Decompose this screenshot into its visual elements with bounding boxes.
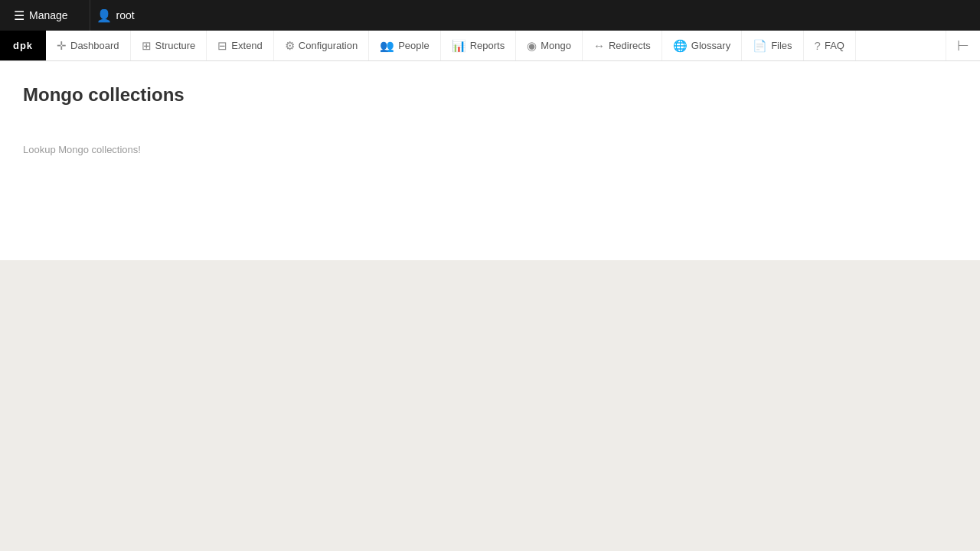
nav-item-configuration[interactable]: ⚙ Configuration xyxy=(274,31,369,60)
nav-item-dashboard[interactable]: ✛ Dashboard xyxy=(46,31,131,60)
extend-icon: ⊟ xyxy=(217,39,227,53)
nav-label-reports: Reports xyxy=(470,40,505,51)
reports-icon: 📊 xyxy=(452,39,466,53)
extra-icon: ⊢ xyxy=(957,37,969,54)
nav-item-redirects[interactable]: ↔ Redirects xyxy=(583,31,662,60)
manage-button[interactable]: ☰ Manage xyxy=(8,0,74,31)
people-icon: 👥 xyxy=(380,39,394,53)
nav-item-reports[interactable]: 📊 Reports xyxy=(441,31,517,60)
dashboard-icon: ✛ xyxy=(57,39,67,53)
nav-label-configuration: Configuration xyxy=(299,40,358,51)
user-icon: 👤 xyxy=(96,8,112,23)
configuration-icon: ⚙ xyxy=(285,39,295,53)
nav-label-files: Files xyxy=(771,40,792,51)
nav-item-people[interactable]: 👥 People xyxy=(369,31,440,60)
nav-item-files[interactable]: 📄 Files xyxy=(742,31,803,60)
manage-label: Manage xyxy=(29,9,68,21)
main-content: Mongo collections Lookup Mongo collectio… xyxy=(0,61,980,171)
nav-items: ✛ Dashboard ⊞ Structure ⊟ Extend ⚙ Confi… xyxy=(46,31,980,60)
nav-label-faq: FAQ xyxy=(825,40,844,51)
nav-label-extend: Extend xyxy=(231,40,262,51)
nav-item-faq[interactable]: ? FAQ xyxy=(804,31,856,60)
nav-right: ⊢ xyxy=(946,31,980,60)
user-button[interactable]: 👤 root xyxy=(90,0,141,31)
nav-item-mongo[interactable]: ◉ Mongo xyxy=(516,31,583,60)
nav-label-dashboard: Dashboard xyxy=(70,40,119,51)
nav-label-glossary: Glossary xyxy=(691,40,730,51)
footer-area xyxy=(0,260,980,551)
logo-text: dpk xyxy=(13,40,33,51)
user-label: root xyxy=(116,9,135,21)
nav-item-structure[interactable]: ⊞ Structure xyxy=(131,31,207,60)
page-title: Mongo collections xyxy=(23,84,957,106)
extra-button[interactable]: ⊢ xyxy=(946,31,980,60)
nav-bar: dpk ✛ Dashboard ⊞ Structure ⊟ Extend ⚙ C… xyxy=(0,31,980,61)
nav-label-redirects: Redirects xyxy=(609,40,651,51)
hamburger-icon: ☰ xyxy=(14,8,24,23)
faq-icon: ? xyxy=(815,39,821,52)
nav-label-structure: Structure xyxy=(155,40,196,51)
nav-item-extend[interactable]: ⊟ Extend xyxy=(207,31,273,60)
nav-label-people: People xyxy=(398,40,429,51)
redirects-icon: ↔ xyxy=(593,39,605,52)
files-icon: 📄 xyxy=(753,39,767,53)
logo-area[interactable]: dpk xyxy=(0,31,46,60)
structure-icon: ⊞ xyxy=(142,39,152,53)
page-description: Lookup Mongo collections! xyxy=(23,144,957,155)
mongo-icon: ◉ xyxy=(527,39,537,53)
nav-label-mongo: Mongo xyxy=(541,40,571,51)
admin-bar: ☰ Manage 👤 root xyxy=(0,0,980,31)
nav-item-glossary[interactable]: 🌐 Glossary xyxy=(662,31,742,60)
glossary-icon: 🌐 xyxy=(673,39,688,53)
